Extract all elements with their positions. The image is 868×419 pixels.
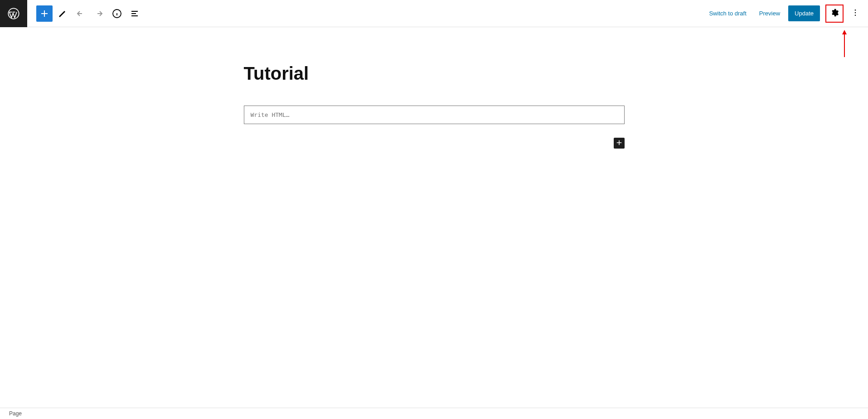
add-block-after-button[interactable] bbox=[614, 138, 625, 149]
gear-icon bbox=[830, 8, 839, 19]
add-block-button[interactable] bbox=[36, 5, 53, 22]
svg-point-9 bbox=[855, 15, 856, 16]
preview-button[interactable]: Preview bbox=[755, 6, 785, 20]
plus-icon bbox=[615, 139, 623, 148]
html-block-input[interactable] bbox=[244, 106, 625, 124]
more-vertical-icon bbox=[851, 8, 860, 19]
breadcrumb-item[interactable]: Page bbox=[9, 410, 22, 417]
topbar-left-group bbox=[0, 0, 143, 27]
details-button[interactable] bbox=[109, 5, 125, 22]
svg-point-8 bbox=[855, 12, 856, 14]
redo-button[interactable] bbox=[91, 5, 107, 22]
switch-to-draft-button[interactable]: Switch to draft bbox=[704, 6, 751, 20]
options-button[interactable] bbox=[847, 5, 863, 22]
editor-canvas: Tutorial bbox=[0, 27, 868, 124]
update-button[interactable]: Update bbox=[788, 5, 820, 21]
settings-button[interactable] bbox=[825, 5, 844, 23]
document-toolbar bbox=[27, 5, 143, 22]
topbar-right-group: Switch to draft Preview Update bbox=[704, 5, 863, 23]
wordpress-logo[interactable] bbox=[0, 0, 27, 27]
editor-content: Tutorial bbox=[244, 63, 625, 124]
page-title[interactable]: Tutorial bbox=[244, 63, 625, 84]
editor-topbar: Switch to draft Preview Update bbox=[0, 0, 868, 27]
undo-button[interactable] bbox=[73, 5, 89, 22]
breadcrumb-bar: Page bbox=[0, 408, 868, 419]
tools-button[interactable] bbox=[54, 5, 71, 22]
list-view-button[interactable] bbox=[127, 5, 143, 22]
svg-point-7 bbox=[855, 10, 856, 11]
